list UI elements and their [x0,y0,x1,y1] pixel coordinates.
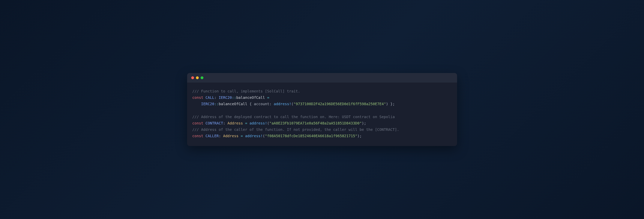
type-address: Address [223,134,238,138]
close-dot-icon[interactable] [191,76,194,79]
type-address: Address [228,121,243,125]
keyword-const: const [192,95,204,100]
macro-address: address! [245,134,263,138]
comment-line: /// Address of the caller of the functio… [192,127,399,132]
lbrace: { [247,102,254,106]
string-contract-address: "aA8E23Fb1079EA71e0a56F48a2aA51851D8433D… [269,121,362,125]
string-caller-address: "f08A50178dfcDe18524640EA6618a1f96582171… [265,134,357,138]
code-window: /// Function to call, implements [SolCal… [187,73,457,146]
keyword-const: const [192,134,204,138]
code-block[interactable]: /// Function to call, implements [SolCal… [187,83,457,146]
comment-line: /// Address of the deployed contract to … [192,115,395,119]
const-call: CALL [206,95,214,100]
comment-line: /// Function to call, implements [SolCal… [192,89,300,93]
type-ierc20: IERC20 [218,95,232,100]
rparen: ) [357,134,360,138]
rbrace: } [388,102,392,106]
semi: ; [360,134,362,138]
macro-address: address! [250,121,267,125]
double-colon: :: [214,102,218,106]
titlebar [187,73,457,83]
equals: = [238,134,245,138]
maximize-dot-icon[interactable] [200,76,204,79]
minimize-dot-icon[interactable] [196,76,199,79]
lparen: ( [263,134,265,138]
member-balanceofcall: balanceOfCall [236,95,265,100]
indent [192,102,201,106]
colon: : [214,95,218,100]
equals: = [243,121,250,125]
semi: ; [392,102,395,106]
keyword-const: const [192,121,204,125]
rparen: ) [386,102,388,106]
colon: : [269,102,274,106]
colon: : [218,134,223,138]
string-account-address: "9737100D2F42a196DE56ED0d1f6fF598a250E7E… [294,102,386,106]
lparen: ( [267,121,270,125]
colon: : [223,121,228,125]
type-ierc20: IERC20 [201,102,214,106]
member-balanceofcall: balanceOfCall [218,102,247,106]
rparen: ) [362,121,364,125]
double-colon: :: [232,95,236,100]
const-contract: CONTRACT [206,121,223,125]
equals: = [265,95,272,100]
prop-account: account [254,102,269,106]
semi: ; [364,121,366,125]
macro-address: address! [274,102,291,106]
const-caller: CALLER [206,134,218,138]
lparen: ( [291,102,294,106]
